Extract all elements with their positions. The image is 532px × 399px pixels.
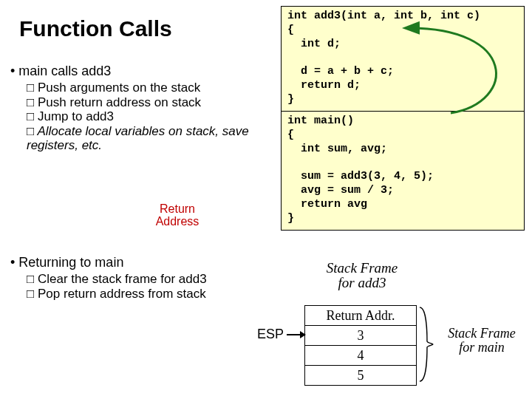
bullet-item: Push arguments on the stack <box>27 81 275 95</box>
bullet-item: Jump to add3 <box>27 109 275 124</box>
stack-cell: Return Addr. <box>305 306 417 326</box>
return-address-label: ReturnAddress <box>140 203 214 228</box>
stack-frame-main-label: Stack Framefor main <box>437 327 526 355</box>
esp-label: ESP <box>257 327 284 342</box>
stack-cell: 5 <box>305 366 417 386</box>
stack-cells: Return Addr. 3 4 5 <box>304 305 417 386</box>
bullet-item: Pop return address from stack <box>27 287 262 301</box>
bullet-item: Push return address on stack <box>27 95 275 110</box>
bullet-heading-2: Returning to main <box>10 255 262 270</box>
stack-frame-add3-label: Stack Framefor add3 <box>310 261 414 290</box>
code-main: int main() { int sum, avg; sum = add3(3,… <box>282 112 524 230</box>
stack-cell: 4 <box>305 346 417 366</box>
bullet-item: Clear the stack frame for add3 <box>27 272 262 287</box>
stack-cell: 3 <box>305 326 417 346</box>
code-box: int add3(int a, int b, int c) { int d; d… <box>281 6 525 231</box>
section-returning-to-main: Returning to main Clear the stack frame … <box>10 255 262 301</box>
slide-title: Function Calls <box>19 16 172 41</box>
esp-arrow-icon <box>287 334 304 335</box>
section-main-calls-add3: main calls add3 Push arguments on the st… <box>10 64 275 153</box>
code-add3: int add3(int a, int b, int c) { int d; d… <box>282 7 524 111</box>
bullet-heading-1: main calls add3 <box>10 64 275 79</box>
brace-icon <box>417 306 436 383</box>
bullet-item-italic: Allocate local variables on stack, save … <box>27 124 275 153</box>
